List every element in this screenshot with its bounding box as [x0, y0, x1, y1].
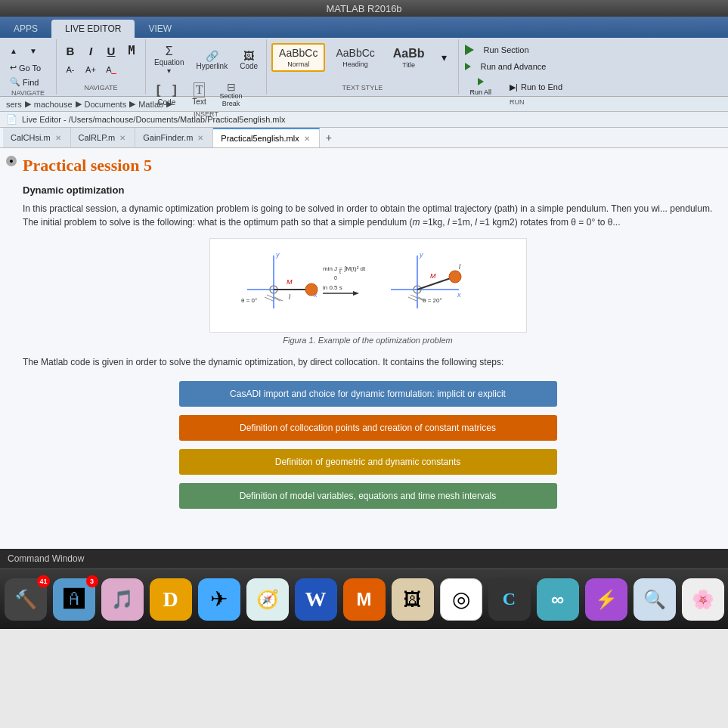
run-section-button[interactable]: Run Section — [477, 42, 536, 57]
ribbon-tabs: APPS LIVE EDITOR VIEW — [0, 17, 728, 38]
navigate-arrows: ▲ ▼ — [5, 42, 51, 59]
text-button[interactable]: T Text — [186, 80, 213, 108]
tab-calcchsi[interactable]: CalCHsi.m ✕ — [3, 128, 71, 147]
run-all-button[interactable]: Run All — [465, 76, 497, 98]
tab-apps[interactable]: APPS — [0, 20, 51, 38]
monospace-button[interactable]: M — [122, 42, 141, 59]
dock-itunes[interactable]: 🎵 — [101, 578, 144, 621]
style-heading-button[interactable]: AaBbCc Heading — [328, 43, 382, 72]
toolbar: ▲ ▼ ↩ Go To 🔍 Find NAVIGATE B I U M A- A… — [0, 38, 728, 97]
dock-arduino[interactable]: ∞ — [537, 578, 579, 621]
dock-xcode[interactable]: 🔨 41 — [5, 578, 47, 621]
dock-telegram[interactable]: ✈ — [198, 578, 240, 621]
dock-xcode-badge: 41 — [37, 575, 49, 587]
run-all-row: Run All ▶| Run to End — [465, 76, 569, 98]
dock-preview[interactable]: 🖼 — [392, 578, 434, 621]
svg-text:y: y — [419, 251, 423, 259]
dock-dash[interactable]: D — [150, 578, 192, 621]
tab-calrlp[interactable]: CalRLP.m ✕ — [71, 128, 136, 147]
dock-app10[interactable]: ⚡ — [585, 578, 627, 621]
image-button[interactable]: 🖼 Code — [234, 48, 263, 73]
bold-button[interactable]: B — [61, 42, 79, 59]
dock-appstore[interactable]: 🅰 3 — [53, 578, 95, 621]
svg-text:0: 0 — [334, 275, 337, 280]
tab-practical5[interactable]: Practical5english.mlx ✕ — [213, 128, 319, 147]
hyperlink-button[interactable]: 🔗 Hyperlink — [191, 48, 233, 73]
navigate-group: ▲ ▼ ↩ Go To 🔍 Find NAVIGATE — [0, 39, 57, 94]
nav-down-button[interactable]: ▼ — [24, 42, 42, 59]
dock-word[interactable]: W — [295, 578, 337, 621]
run-advance-button[interactable]: Run and Advance — [474, 59, 553, 74]
tab-add-button[interactable]: + — [320, 129, 338, 147]
dock-matlab[interactable]: M — [343, 578, 386, 621]
editor-area[interactable]: ● Practical session 5 Dynamic optimizati… — [0, 148, 728, 549]
window-title-bar: 📄 Live Editor - /Users/machouse/Document… — [0, 112, 728, 128]
svg-text:l: l — [459, 263, 461, 271]
breadcrumb-item-machouse[interactable]: machouse — [34, 100, 73, 109]
tab-practical5-close[interactable]: ✕ — [302, 135, 311, 143]
section-geometric[interactable]: Definition of geometric and dynamic cons… — [179, 449, 557, 475]
font-size-dec-button[interactable]: A- — [61, 61, 79, 78]
nav-up-button[interactable]: ▲ — [5, 42, 23, 59]
dock-clion[interactable]: C — [488, 578, 531, 621]
tab-view[interactable]: VIEW — [135, 20, 185, 38]
figure-caption: Figura 1. Example of the optimization pr… — [283, 336, 452, 345]
svg-text:θ = 0°: θ = 0° — [241, 297, 257, 304]
find-button[interactable]: 🔍 Find — [5, 75, 51, 89]
title-bar: MATLAB R2016b — [0, 0, 728, 17]
svg-text:min J = ∫M(t)² dt: min J = ∫M(t)² dt — [323, 265, 366, 272]
tab-gainfinder-close[interactable]: ✕ — [196, 134, 205, 142]
format-group: B I U M A- A+ A_ NAVIGATE — [57, 39, 146, 94]
text-style-expand-button[interactable]: ▾ — [435, 49, 454, 66]
svg-marker-18 — [353, 291, 359, 296]
section-collocation[interactable]: Definition of collocation points and cre… — [179, 415, 557, 441]
svg-point-26 — [449, 271, 461, 283]
dock-finder[interactable]: 🔍 — [634, 578, 676, 621]
format-label: NAVIGATE — [61, 84, 141, 91]
breadcrumb-item-matlab[interactable]: Matlab — [138, 100, 163, 109]
style-buttons-row: AaBbCc Normal AaBbCc Heading AaBb Title … — [271, 42, 454, 73]
section-indicator: ● — [6, 156, 17, 166]
breadcrumb-item-documents[interactable]: Documents — [85, 100, 127, 109]
color-button[interactable]: A_ — [102, 61, 120, 78]
tab-live-editor[interactable]: LIVE EDITOR — [51, 20, 135, 38]
dock-photos[interactable]: 🌸 — [682, 578, 724, 621]
run-advance-row: Run and Advance — [465, 59, 569, 74]
run-all-icon — [478, 78, 484, 85]
breadcrumb-item-users[interactable]: sers — [6, 100, 22, 109]
figure-image: y x M θ = 0° l — [209, 238, 527, 333]
underline-button[interactable]: U — [102, 42, 120, 59]
image-icon: 🖼 — [243, 50, 254, 62]
svg-text:l: l — [289, 293, 291, 301]
style-title-button[interactable]: AaBb Title — [386, 42, 432, 73]
doc-body1: In this practical session, a dynamic opt… — [23, 202, 713, 229]
goto-icon: ↩ — [10, 63, 17, 73]
font-size-inc-button[interactable]: A+ — [82, 61, 100, 78]
tab-calcchsi-close[interactable]: ✕ — [54, 134, 63, 142]
doc-subtitle: Dynamic optimization — [23, 184, 713, 196]
section-model[interactable]: Definition of model variables, equations… — [179, 483, 557, 509]
breadcrumb-sep3: ▶ — [129, 99, 135, 109]
tab-gainfinder[interactable]: GainFinder.m ✕ — [135, 128, 213, 147]
dock-chrome[interactable]: ◎ — [440, 578, 482, 621]
run-to-end-button[interactable]: ▶| Run to End — [503, 79, 569, 95]
svg-text:in 0.5 s: in 0.5 s — [323, 284, 342, 291]
section-casadi[interactable]: CasADI import and choice for dynamic for… — [179, 381, 557, 407]
navigate-label: NAVIGATE — [5, 89, 51, 97]
window-title-text: Live Editor - /Users/machouse/Documents/… — [22, 115, 285, 124]
run-section-row: Run Section — [465, 42, 569, 57]
insert-row1: Σ Equation ▾ 🔗 Hyperlink 🖼 Code — [149, 42, 263, 77]
equation-button[interactable]: Σ Equation ▾ — [149, 42, 189, 77]
italic-button[interactable]: I — [82, 42, 100, 59]
run-group: Run Section Run and Advance Run All ▶| R… — [459, 39, 575, 94]
tab-calrlp-close[interactable]: ✕ — [118, 134, 127, 142]
format-row2: A- A+ A_ — [61, 61, 141, 78]
dock-safari[interactable]: 🧭 — [246, 578, 289, 621]
style-normal-button[interactable]: AaBbCc Normal — [271, 43, 325, 72]
doc-title: Practical session 5 — [23, 156, 713, 175]
section-break-button[interactable]: ⊟ SectionBreak — [215, 79, 248, 110]
goto-button[interactable]: ↩ Go To — [5, 60, 51, 75]
run-label: RUN — [465, 98, 569, 106]
find-icon: 🔍 — [10, 77, 20, 87]
dock-appstore-badge: 3 — [86, 575, 98, 587]
